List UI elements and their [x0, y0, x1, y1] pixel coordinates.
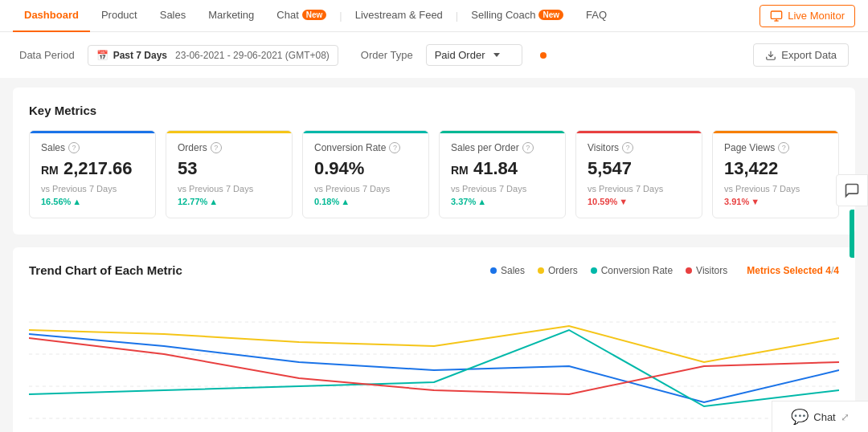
- filter-bar: Data Period 📅 Past 7 Days 23-06-2021 - 2…: [0, 32, 868, 78]
- live-monitor-button[interactable]: Live Monitor: [760, 5, 855, 27]
- orders-value: 53: [178, 158, 280, 179]
- visitors-change: 10.59% ▼: [588, 197, 628, 206]
- period-label: Data Period: [19, 49, 75, 61]
- metric-header-orders: Orders ?: [178, 142, 280, 153]
- nav-sep-1: |: [339, 10, 342, 22]
- visitors-info-icon[interactable]: ?: [622, 142, 633, 153]
- period-picker[interactable]: 📅 Past 7 Days 23-06-2021 - 29-06-2021 (G…: [88, 45, 338, 66]
- sales-compare: vs Previous 7 Days 16.56% ▲: [41, 184, 144, 206]
- metric-card-orders: Orders ? 53 vs Previous 7 Days 12.77% ▲: [166, 130, 293, 218]
- metric-header-spo: Sales per Order ?: [451, 142, 554, 153]
- key-metrics-section: Key Metrics Sales ? RM 2,217.66 vs Previ…: [13, 88, 855, 234]
- chat-badge: New: [302, 10, 327, 20]
- nav-items: Dashboard Product Sales Marketing Chat N…: [13, 0, 760, 32]
- orders-info-icon[interactable]: ?: [211, 142, 222, 153]
- chevron-down-icon: [493, 53, 500, 57]
- metric-header-sales: Sales ?: [41, 142, 144, 153]
- nav-sep-2: |: [456, 10, 458, 22]
- nav-item-dashboard[interactable]: Dashboard: [13, 0, 90, 32]
- svg-rect-0: [772, 11, 782, 18]
- conversion-info-icon[interactable]: ?: [389, 142, 400, 153]
- chart-legend: Sales Orders Conversion Rate Visitors Me…: [490, 265, 839, 276]
- order-type-label: Order Type: [361, 49, 413, 61]
- chat-icon: 💬: [791, 408, 809, 426]
- main-content: Key Metrics Sales ? RM 2,217.66 vs Previ…: [0, 88, 868, 432]
- sidebar-message-button[interactable]: [836, 174, 868, 206]
- trend-chart-container: [29, 290, 839, 432]
- nav-item-product[interactable]: Product: [90, 0, 149, 32]
- spo-change: 3.37% ▲: [451, 197, 486, 206]
- metrics-selected: Metrics Selected 4/4: [747, 265, 839, 276]
- top-nav: Dashboard Product Sales Marketing Chat N…: [0, 0, 868, 32]
- metrics-grid: Sales ? RM 2,217.66 vs Previous 7 Days 1…: [29, 130, 839, 218]
- export-label: Export Data: [781, 49, 837, 61]
- message-icon: [844, 182, 860, 198]
- nav-item-sales[interactable]: Sales: [149, 0, 198, 32]
- visitors-value: 5,547: [588, 158, 690, 179]
- calendar-icon: 📅: [96, 50, 108, 61]
- order-type-dot: [540, 52, 547, 59]
- spo-info-icon[interactable]: ?: [522, 142, 534, 153]
- period-value: Past 7 Days: [113, 50, 167, 61]
- trend-header: Trend Chart of Each Metric Sales Orders …: [29, 263, 839, 277]
- conversion-change: 0.18% ▲: [314, 197, 350, 206]
- legend-dot-sales: [490, 267, 497, 274]
- metric-card-sales: Sales ? RM 2,217.66 vs Previous 7 Days 1…: [29, 130, 156, 218]
- legend-conversion: Conversion Rate: [591, 265, 673, 276]
- trend-title: Trend Chart of Each Metric: [29, 263, 182, 277]
- metric-card-conversion: Conversion Rate ? 0.94% vs Previous 7 Da…: [302, 130, 429, 218]
- chat-label: Chat: [813, 411, 835, 423]
- metric-header-conversion: Conversion Rate ?: [314, 142, 417, 153]
- visitors-compare: vs Previous 7 Days 10.59% ▼: [588, 184, 690, 206]
- nav-item-chat[interactable]: Chat New: [265, 0, 338, 32]
- period-dates: 23-06-2021 - 29-06-2021 (GMT+08): [175, 50, 330, 61]
- metric-header-pageviews: Page Views ?: [724, 142, 827, 153]
- legend-orders: Orders: [538, 265, 578, 276]
- download-icon: [765, 50, 776, 61]
- pageviews-value: 13,422: [724, 158, 827, 179]
- sidebar-green-bar: [850, 210, 854, 258]
- pageviews-label: Page Views: [724, 142, 775, 153]
- metric-header-visitors: Visitors ?: [588, 142, 690, 153]
- orders-compare: vs Previous 7 Days 12.77% ▲: [178, 184, 280, 206]
- bottom-chat-bar[interactable]: 💬 Chat ⤢: [772, 401, 868, 432]
- spo-value: RM 41.84: [451, 158, 554, 179]
- sales-info-icon[interactable]: ?: [68, 142, 80, 153]
- order-type-value: Paid Order: [435, 49, 485, 61]
- key-metrics-title: Key Metrics: [29, 104, 839, 117]
- chat-expand-icon: ⤢: [841, 411, 850, 423]
- pageviews-info-icon[interactable]: ?: [778, 142, 789, 153]
- nav-item-faq[interactable]: FAQ: [575, 0, 618, 32]
- orders-change: 12.77% ▲: [178, 197, 218, 206]
- trend-chart-svg: [29, 290, 839, 432]
- legend-sales: Sales: [490, 265, 525, 276]
- metric-card-visitors: Visitors ? 5,547 vs Previous 7 Days 10.5…: [575, 130, 702, 218]
- sales-value: RM 2,217.66: [41, 158, 144, 179]
- export-button[interactable]: Export Data: [753, 43, 849, 67]
- sales-label: Sales: [41, 142, 65, 153]
- metric-card-pageviews: Page Views ? 13,422 vs Previous 7 Days 3…: [712, 130, 839, 218]
- pageviews-change: 3.91% ▼: [724, 197, 760, 206]
- monitor-icon: [770, 10, 783, 22]
- conversion-value: 0.94%: [314, 158, 417, 179]
- spo-compare: vs Previous 7 Days 3.37% ▲: [451, 184, 554, 206]
- orders-label: Orders: [178, 142, 207, 153]
- sales-change: 16.56% ▲: [41, 197, 81, 206]
- conversion-label: Conversion Rate: [314, 142, 386, 153]
- order-type-dropdown[interactable]: Paid Order: [426, 44, 522, 66]
- nav-item-livestream[interactable]: Livestream & Feed: [344, 0, 454, 32]
- trend-section: Trend Chart of Each Metric Sales Orders …: [13, 247, 855, 432]
- legend-dot-visitors: [686, 267, 692, 274]
- pageviews-compare: vs Previous 7 Days 3.91% ▼: [724, 184, 827, 206]
- legend-dot-conversion: [591, 267, 597, 274]
- nav-item-selling-coach[interactable]: Selling Coach New: [460, 0, 575, 32]
- legend-visitors: Visitors: [686, 265, 727, 276]
- legend-dot-orders: [538, 267, 544, 274]
- nav-item-marketing[interactable]: Marketing: [197, 0, 265, 32]
- right-sidebar: [836, 174, 868, 258]
- metric-card-sales-per-order: Sales per Order ? RM 41.84 vs Previous 7…: [439, 130, 566, 218]
- spo-label: Sales per Order: [451, 142, 519, 153]
- visitors-label: Visitors: [588, 142, 619, 153]
- conversion-compare: vs Previous 7 Days 0.18% ▲: [314, 184, 417, 206]
- selling-coach-badge: New: [538, 10, 563, 20]
